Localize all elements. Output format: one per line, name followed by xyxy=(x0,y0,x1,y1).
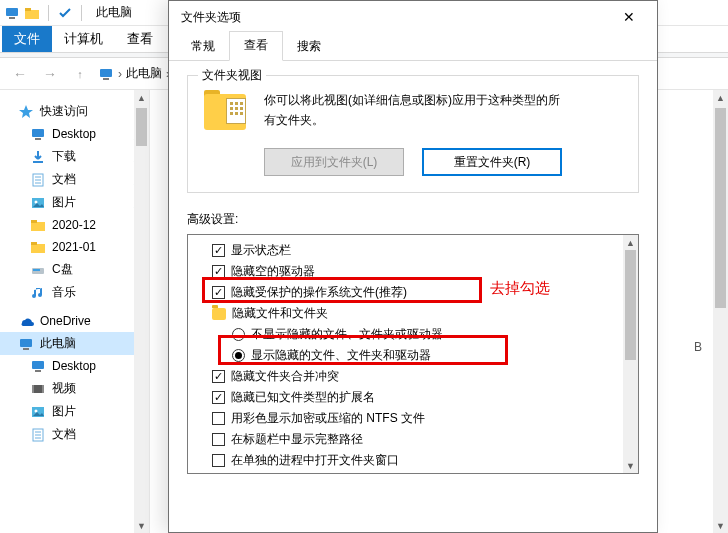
desktop-icon xyxy=(30,358,46,374)
nav-up-icon[interactable]: ↑ xyxy=(68,68,92,80)
checkbox-icon[interactable] xyxy=(212,412,225,425)
svg-marker-6 xyxy=(19,105,33,118)
adv-item-7[interactable]: 隐藏已知文件类型的扩展名 xyxy=(202,388,632,407)
adv-item-label: 在标题栏中显示完整路径 xyxy=(231,431,363,448)
adv-item-label: 显示状态栏 xyxy=(231,242,291,259)
sidebar-item-图片[interactable]: 图片 xyxy=(0,400,149,423)
svg-rect-1 xyxy=(9,17,15,19)
nav-back-icon[interactable]: ← xyxy=(8,66,32,82)
adv-item-label: 隐藏空的驱动器 xyxy=(231,263,315,280)
dialog-title: 文件夹选项 xyxy=(181,9,241,26)
download-icon xyxy=(30,149,46,165)
adv-item-4[interactable]: 不显示隐藏的文件、文件夹或驱动器 xyxy=(202,325,632,344)
folder-icon xyxy=(24,5,40,21)
adv-item-1[interactable]: 隐藏空的驱动器 xyxy=(202,262,632,281)
svg-rect-28 xyxy=(42,385,44,393)
svg-rect-25 xyxy=(35,370,41,372)
breadcrumb-pc-icon xyxy=(98,66,114,82)
breadcrumb-current[interactable]: 此电脑 xyxy=(126,65,162,82)
svg-rect-24 xyxy=(32,361,44,369)
tab-view[interactable]: 查看 xyxy=(229,31,283,61)
picture-icon xyxy=(30,195,46,211)
ribbon-tab-computer[interactable]: 计算机 xyxy=(52,26,115,52)
dialog-titlebar[interactable]: 文件夹选项 ✕ xyxy=(169,1,657,33)
nav-fwd-icon[interactable]: → xyxy=(38,66,62,82)
sidebar-item-onedrive[interactable]: OneDrive xyxy=(0,310,149,332)
svg-rect-9 xyxy=(33,161,43,163)
sidebar-item-文档[interactable]: 文档📌 xyxy=(0,168,149,191)
sidebar-item-c盘[interactable]: C盘 xyxy=(0,258,149,281)
adv-item-0[interactable]: 显示状态栏 xyxy=(202,241,632,260)
radio-icon[interactable] xyxy=(232,328,245,341)
adv-item-5[interactable]: 显示隐藏的文件、文件夹和驱动器 xyxy=(202,346,632,365)
sidebar-item-图片[interactable]: 图片📌 xyxy=(0,191,149,214)
svg-rect-18 xyxy=(31,244,45,253)
sidebar-item-视频[interactable]: 视频 xyxy=(0,377,149,400)
reset-folders-button[interactable]: 重置文件夹(R) xyxy=(422,148,562,176)
folder-view-group: 文件夹视图 你可以将此视图(如详细信息或图标)应用于这种类型的所 有文件夹。 应… xyxy=(187,75,639,193)
adv-item-label: 显示隐藏的文件、文件夹和驱动器 xyxy=(251,347,431,364)
radio-icon[interactable] xyxy=(232,349,245,362)
apply-to-folders-button[interactable]: 应用到文件夹(L) xyxy=(264,148,404,176)
sidebar-item-2020-12[interactable]: 2020-12 xyxy=(0,214,149,236)
svg-rect-8 xyxy=(35,138,41,140)
scroll-thumb[interactable] xyxy=(625,250,636,360)
close-icon[interactable]: ✕ xyxy=(609,3,649,31)
svg-rect-0 xyxy=(6,8,18,16)
sidebar-item-下载[interactable]: 下载📌 xyxy=(0,145,149,168)
doc-icon xyxy=(30,427,46,443)
doc-icon xyxy=(30,172,46,188)
onedrive-icon xyxy=(18,313,34,329)
checkbox-icon[interactable] xyxy=(212,244,225,257)
svg-rect-22 xyxy=(20,339,32,347)
ribbon-tab-file[interactable]: 文件 xyxy=(2,26,52,52)
adv-item-10[interactable]: 在单独的进程中打开文件夹窗口 xyxy=(202,451,632,470)
adv-item-3[interactable]: 隐藏文件和文件夹 xyxy=(202,304,632,323)
checkbox-icon[interactable] xyxy=(212,454,225,467)
sidebar-item-此电脑[interactable]: 此电脑 xyxy=(0,332,149,355)
checkmark-icon[interactable] xyxy=(57,5,73,21)
svg-rect-27 xyxy=(32,385,34,393)
scroll-up-icon[interactable]: ▲ xyxy=(134,90,149,105)
scroll-up-icon[interactable]: ▲ xyxy=(623,235,638,250)
checkbox-icon[interactable] xyxy=(212,391,225,404)
adv-item-label: 用彩色显示加密或压缩的 NTFS 文件 xyxy=(231,410,425,427)
tab-general[interactable]: 常规 xyxy=(177,33,229,61)
adv-item-9[interactable]: 在标题栏中显示完整路径 xyxy=(202,430,632,449)
checkbox-icon[interactable] xyxy=(212,265,225,278)
tab-search[interactable]: 搜索 xyxy=(283,33,335,61)
pc-icon xyxy=(4,5,20,21)
sidebar-item-快速访问[interactable]: 快速访问 xyxy=(0,100,149,123)
scroll-up-icon[interactable]: ▲ xyxy=(713,90,728,105)
group-description: 你可以将此视图(如详细信息或图标)应用于这种类型的所 有文件夹。 xyxy=(264,90,560,134)
breadcrumb-sep[interactable]: › xyxy=(118,67,122,81)
pc-icon xyxy=(18,336,34,352)
scroll-down-icon[interactable]: ▼ xyxy=(713,518,728,533)
sidebar-scrollbar[interactable]: ▲ ▼ xyxy=(134,90,149,533)
adv-item-6[interactable]: 隐藏文件夹合并冲突 xyxy=(202,367,632,386)
svg-point-30 xyxy=(35,409,38,412)
group-legend: 文件夹视图 xyxy=(198,67,266,84)
advanced-scrollbar[interactable]: ▲ ▼ xyxy=(623,235,638,473)
scroll-down-icon[interactable]: ▼ xyxy=(134,518,149,533)
scroll-thumb[interactable] xyxy=(136,108,147,146)
svg-rect-5 xyxy=(103,78,109,80)
sidebar-item-音乐[interactable]: 音乐 xyxy=(0,281,149,304)
content-scrollbar[interactable]: ▲ ▼ xyxy=(713,90,728,533)
ribbon-tab-view[interactable]: 查看 xyxy=(115,26,165,52)
adv-item-2[interactable]: 隐藏受保护的操作系统文件(推荐) xyxy=(202,283,632,302)
sidebar-item-desktop[interactable]: Desktop xyxy=(0,355,149,377)
adv-item-11[interactable]: 在列表视图中键入时 xyxy=(202,472,632,474)
sidebar-item-desktop[interactable]: Desktop📌 xyxy=(0,123,149,145)
adv-item-label: 隐藏受保护的操作系统文件(推荐) xyxy=(231,284,407,301)
sidebar-item-2021-01[interactable]: 2021-01 xyxy=(0,236,149,258)
adv-item-label: 不显示隐藏的文件、文件夹或驱动器 xyxy=(251,326,443,343)
checkbox-icon[interactable] xyxy=(212,370,225,383)
scroll-down-icon[interactable]: ▼ xyxy=(623,458,638,473)
sidebar-item-文档[interactable]: 文档 xyxy=(0,423,149,446)
advanced-settings-label: 高级设置: xyxy=(187,211,639,228)
checkbox-icon[interactable] xyxy=(212,433,225,446)
adv-item-8[interactable]: 用彩色显示加密或压缩的 NTFS 文件 xyxy=(202,409,632,428)
scroll-thumb[interactable] xyxy=(715,108,726,308)
checkbox-icon[interactable] xyxy=(212,286,225,299)
